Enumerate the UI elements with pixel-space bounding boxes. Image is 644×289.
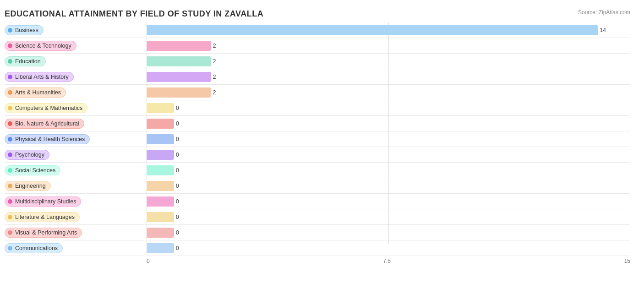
label-pill: Computers & Mathematics (5, 103, 87, 113)
label-dot (8, 230, 12, 235)
bar-area: 0 (147, 119, 630, 129)
bar-area: 2 (147, 72, 630, 82)
bar-value-label: 0 (176, 136, 179, 142)
label-dot (8, 137, 12, 142)
bar-row: Multidisciplinary Studies0 (5, 194, 630, 209)
bar (147, 56, 211, 66)
bar-label: Business (15, 27, 38, 33)
x-label-0: 0 (147, 258, 150, 264)
label-dot (8, 184, 12, 188)
bar-value-label: 0 (176, 245, 179, 251)
bar-row: Arts & Humanities2 (5, 85, 630, 100)
bar-label: Liberal Arts & History (15, 74, 69, 80)
label-pill: Business (5, 25, 44, 35)
label-area: Liberal Arts & History (5, 72, 147, 82)
label-pill: Communications (5, 243, 63, 253)
bar-area: 0 (147, 103, 630, 113)
label-pill: Bio, Nature & Agricultural (5, 119, 84, 129)
bar (147, 134, 174, 144)
label-pill: Arts & Humanities (5, 87, 66, 98)
bar-label: Bio, Nature & Agricultural (15, 120, 79, 127)
x-axis: 0 7.5 15 (147, 258, 630, 264)
bar-value-label: 0 (176, 167, 179, 174)
bar-row: Visual & Performing Arts0 (5, 225, 630, 240)
bar-value-label: 0 (176, 105, 179, 111)
bar-row: Business14 (5, 22, 630, 38)
label-pill: Multidisciplinary Studies (5, 196, 81, 207)
bar (147, 165, 174, 175)
bar-row: Social Sciences0 (5, 163, 630, 178)
bar-row: Computers & Mathematics0 (5, 100, 630, 116)
bar (147, 212, 174, 222)
label-area: Multidisciplinary Studies (5, 196, 147, 207)
bar (147, 103, 174, 113)
chart-title: EDUCATIONAL ATTAINMENT BY FIELD OF STUDY… (5, 9, 630, 19)
bar-value-label: 0 (176, 152, 179, 158)
bar-area: 0 (147, 196, 630, 207)
label-pill: Engineering (5, 181, 51, 191)
bar-value-label: 2 (213, 58, 216, 65)
bar (147, 87, 211, 98)
label-pill: Literature & Languages (5, 212, 80, 222)
bar-area: 0 (147, 243, 630, 253)
label-pill: Psychology (5, 150, 49, 160)
rows-area: Business14Science & Technology2Education… (5, 22, 630, 256)
bar-area: 2 (147, 56, 630, 66)
label-pill: Education (5, 56, 46, 66)
label-pill: Visual & Performing Arts (5, 228, 82, 238)
chart-container: EDUCATIONAL ATTAINMENT BY FIELD OF STUDY… (0, 0, 644, 289)
bar-value-label: 0 (176, 214, 179, 220)
bar (147, 150, 174, 160)
label-dot (8, 199, 12, 204)
label-area: Business (5, 25, 147, 35)
bar (147, 181, 174, 191)
label-dot (8, 90, 12, 95)
label-area: Communications (5, 243, 147, 253)
bar-label: Visual & Performing Arts (15, 229, 77, 236)
bar-row: Liberal Arts & History2 (5, 69, 630, 85)
bar (147, 196, 174, 207)
bar-value-label: 0 (176, 198, 179, 205)
bar-value-label: 0 (176, 183, 179, 189)
label-pill: Social Sciences (5, 165, 60, 175)
source-label: Source: ZipAtlas.com (578, 9, 630, 16)
label-area: Arts & Humanities (5, 87, 147, 98)
bar-row: Engineering0 (5, 178, 630, 194)
bar-value-label: 2 (213, 74, 216, 80)
bar-row: Literature & Languages0 (5, 209, 630, 225)
bar-value-label: 14 (600, 27, 606, 33)
bar-value-label: 0 (176, 229, 179, 236)
bar-label: Literature & Languages (15, 214, 75, 220)
bar-row: Psychology0 (5, 147, 630, 163)
x-label-max: 15 (624, 258, 630, 264)
label-dot (8, 28, 12, 33)
bar-row: Science & Technology2 (5, 38, 630, 54)
label-area: Psychology (5, 150, 147, 160)
bar-row: Physical & Health Sciences0 (5, 131, 630, 147)
label-pill: Physical & Health Sciences (5, 134, 90, 144)
label-dot (8, 121, 12, 126)
bar-area: 0 (147, 228, 630, 238)
bar-area: 2 (147, 87, 630, 98)
bar-label: Science & Technology (15, 43, 71, 49)
bar (147, 119, 174, 129)
label-pill: Liberal Arts & History (5, 72, 74, 82)
label-area: Physical & Health Sciences (5, 134, 147, 144)
bar-area: 0 (147, 165, 630, 175)
label-area: Social Sciences (5, 165, 147, 175)
bar-value-label: 2 (213, 89, 216, 96)
bar-label: Social Sciences (15, 167, 55, 174)
bar (147, 25, 598, 35)
bar-label: Arts & Humanities (15, 89, 61, 96)
x-label-mid: 7.5 (383, 258, 391, 264)
label-dot (8, 106, 12, 110)
label-area: Visual & Performing Arts (5, 228, 147, 238)
label-dot (8, 246, 12, 251)
label-dot (8, 75, 12, 79)
bar-label: Psychology (15, 152, 44, 158)
label-dot (8, 168, 12, 173)
bar-label: Engineering (15, 183, 46, 189)
bar-area: 0 (147, 181, 630, 191)
bar-label: Communications (15, 245, 58, 251)
bar-label: Multidisciplinary Studies (15, 198, 76, 205)
